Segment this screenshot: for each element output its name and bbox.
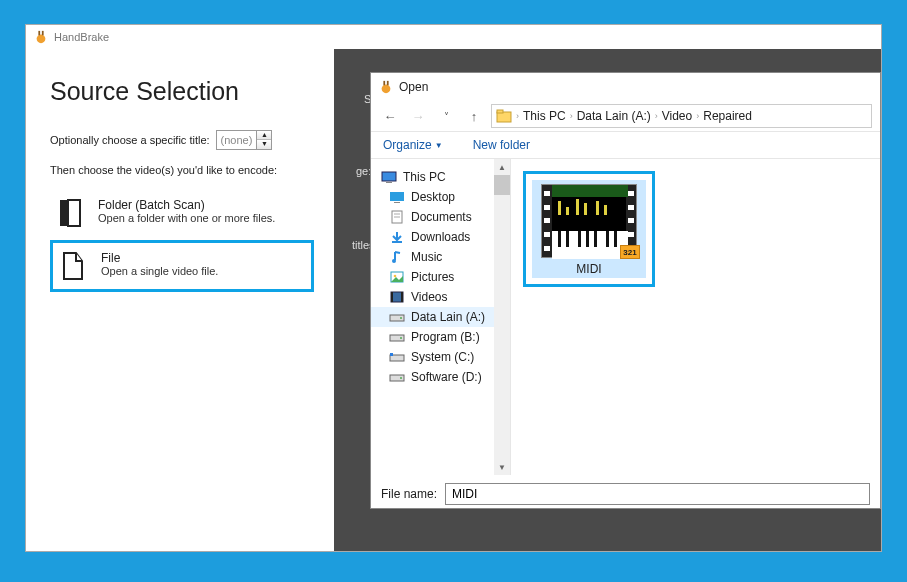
breadcrumb-bar[interactable]: › This PC› Data Lain (A:)› Video› Repair… [491,104,872,128]
pictures-icon [389,270,405,284]
svg-rect-46 [614,231,617,247]
file-item-midi[interactable]: 321 MIDI [523,171,655,287]
videos-icon [389,290,405,304]
svg-rect-10 [382,172,396,181]
file-label: MIDI [536,262,642,276]
svg-rect-40 [558,231,561,247]
breadcrumb-item[interactable]: Repaired [703,109,752,123]
video-thumbnail: 321 [541,184,637,258]
titlebar: HandBrake [26,25,881,49]
spinner-down-icon[interactable]: ▼ [257,140,271,149]
breadcrumb-item[interactable]: This PC› [523,109,573,123]
svg-rect-23 [401,292,403,302]
svg-rect-12 [390,192,404,201]
dialog-app-icon [379,80,393,94]
nav-forward-icon: → [407,105,429,127]
drive-icon [389,370,405,384]
svg-point-27 [400,337,402,339]
tree-scrollbar[interactable]: ▲ ▼ [494,159,510,475]
svg-rect-33 [558,201,561,215]
handbrake-logo-icon [34,30,48,44]
svg-point-20 [394,275,397,278]
svg-rect-32 [552,185,628,197]
source-selection-heading: Source Selection [50,77,314,106]
svg-rect-13 [394,202,400,203]
svg-rect-38 [604,205,607,215]
file-list: 321 MIDI [511,159,880,475]
svg-rect-1 [38,31,40,35]
breadcrumb-item[interactable]: Data Lain (A:)› [577,109,658,123]
tree-item-drive-b[interactable]: Program (B:) [371,327,510,347]
spinner-up-icon[interactable]: ▲ [257,131,271,140]
filename-input[interactable] [445,483,870,505]
tree-item-pictures[interactable]: Pictures [371,267,510,287]
title-spinner[interactable]: (none) ▲ ▼ [216,130,273,150]
nav-back-icon[interactable]: ← [379,105,401,127]
scroll-down-icon[interactable]: ▼ [494,459,510,475]
svg-rect-42 [578,231,581,247]
folder-desc: Open a folder with one or more files. [98,212,275,224]
file-title: File [101,251,218,265]
tree-item-drive-c[interactable]: System (C:) [371,347,510,367]
dialog-titlebar: Open [371,73,880,101]
source-selection-panel: Source Selection Optionally choose a spe… [26,49,334,551]
nav-up-icon[interactable]: ↑ [463,105,485,127]
spinner-value: (none) [217,131,257,149]
music-icon [389,250,405,264]
organize-button[interactable]: Organize ▼ [383,138,443,152]
svg-rect-6 [383,81,385,85]
svg-rect-4 [68,200,80,226]
tree-root[interactable]: This PC [371,167,510,187]
tree-item-drive-a[interactable]: Data Lain (A:) [371,307,510,327]
tree-item-documents[interactable]: Documents [371,207,510,227]
chevron-right-icon: › [570,111,573,121]
folder-title: Folder (Batch Scan) [98,198,275,212]
svg-rect-7 [387,81,389,85]
tree-item-music[interactable]: Music [371,247,510,267]
chevron-right-icon: › [655,111,658,121]
svg-rect-36 [584,203,587,215]
midi-visual-icon [552,185,628,259]
svg-rect-35 [576,199,579,215]
desktop-icon [389,190,405,204]
dim-label-ge: ge: [356,165,371,177]
folder-root-icon [496,109,512,123]
svg-rect-45 [606,231,609,247]
svg-point-0 [37,34,46,43]
chevron-right-icon: › [696,111,699,121]
svg-rect-22 [391,292,393,302]
svg-point-18 [392,259,396,263]
scroll-up-icon[interactable]: ▲ [494,159,510,175]
document-icon [389,210,405,224]
drive-icon [389,350,405,364]
new-folder-button[interactable]: New folder [473,138,530,152]
pc-icon [381,170,397,184]
tree-item-downloads[interactable]: Downloads [371,227,510,247]
encode-label: Then choose the video(s) you'd like to e… [50,164,314,176]
download-icon [389,230,405,244]
svg-point-5 [382,84,391,93]
svg-rect-43 [586,231,589,247]
tree-item-videos[interactable]: Videos [371,287,510,307]
folder-tree: This PC Desktop Documents Downloads Musi… [371,159,511,475]
scroll-thumb[interactable] [494,175,510,195]
svg-point-25 [400,317,402,319]
breadcrumb-item[interactable]: Video› [662,109,699,123]
file-desc: Open a single video file. [101,265,218,277]
folder-source-option[interactable]: Folder (Batch Scan) Open a folder with o… [56,192,314,234]
svg-rect-9 [497,110,503,113]
tree-item-desktop[interactable]: Desktop [371,187,510,207]
drive-icon [389,330,405,344]
svg-rect-37 [596,201,599,215]
tree-item-drive-d[interactable]: Software (D:) [371,367,510,387]
filename-label: File name: [381,487,437,501]
nav-history-icon[interactable]: ˅ [435,105,457,127]
drive-icon [389,310,405,324]
chevron-down-icon: ▼ [435,141,443,150]
svg-rect-34 [566,207,569,215]
svg-rect-41 [566,231,569,247]
chevron-right-icon: › [516,111,519,121]
player-badge-icon: 321 [620,245,640,259]
app-title: HandBrake [54,31,109,43]
file-source-option[interactable]: File Open a single video file. [50,240,314,292]
